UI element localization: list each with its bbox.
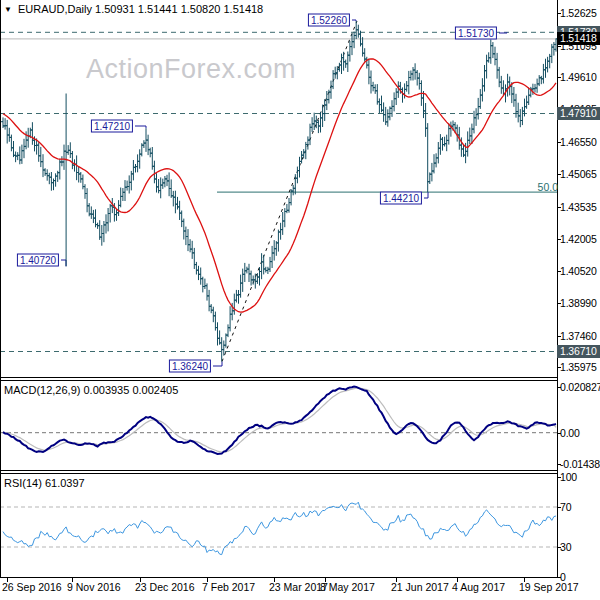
chart-left-border	[0, 0, 1, 578]
price-axis-tick: 1.52625	[560, 7, 597, 19]
time-axis-date-label: 4 Aug 2017	[452, 581, 505, 593]
panel-separator	[0, 577, 557, 578]
macd-axis-zero: 0.00	[560, 427, 580, 439]
time-axis-date-label: 9 Nov 2016	[67, 581, 121, 593]
rsi-indicator-label: RSI(14) 61.0397	[4, 477, 85, 489]
price-axis-tick: 1.45065	[560, 168, 597, 180]
panel-separator[interactable]	[0, 380, 557, 381]
time-axis-date-label: 23 Dec 2016	[135, 581, 195, 593]
price-axis-tick: 1.40520	[560, 265, 597, 277]
ohlc-values: 1.50931 1.51441 1.50820 1.51418	[95, 3, 263, 15]
rsi-axis-tick: 70	[560, 501, 571, 513]
trading-chart-window: ActionForex.com ▼ EURAUD,Daily 1.50931 1…	[0, 0, 600, 600]
price-level-annotation[interactable]: 1.36240	[169, 360, 211, 373]
panel-separator[interactable]	[0, 470, 557, 471]
macd-axis-max: 0.020827	[560, 381, 600, 393]
price-axis-tick: 1.46550	[560, 136, 597, 148]
price-axis-tick: 1.43535	[560, 201, 597, 213]
symbol-timeframe-label: EURAUD,Daily	[18, 3, 92, 15]
price-axis-tick: 1.38990	[560, 297, 597, 309]
price-level-annotation[interactable]: 1.52260	[308, 14, 350, 27]
time-axis-date-label: 26 Sep 2016	[2, 581, 62, 593]
rsi-axis-tick: 30	[560, 541, 571, 553]
macd-indicator-label: MACD(12,26,9) 0.003935 0.002405	[4, 384, 178, 396]
price-axis-tick: 1.37460	[560, 330, 597, 342]
chevron-down-icon[interactable]: ▼	[4, 5, 12, 14]
time-axis-date-label: 19 Sep 2017	[519, 581, 579, 593]
price-axis-tick: 1.42005	[560, 233, 597, 245]
macd-axis-min: -0.014386	[560, 458, 600, 470]
price-level-annotation[interactable]: 1.51730	[455, 27, 497, 40]
time-axis-date-label: 7 Feb 2017	[202, 581, 255, 593]
price-level-annotation[interactable]: 1.44210	[380, 192, 422, 205]
rsi-indicator-canvas[interactable]	[0, 0, 600, 600]
price-axis-tick: 1.35975	[560, 361, 597, 373]
symbol-info-line: ▼ EURAUD,Daily 1.50931 1.51441 1.50820 1…	[4, 3, 263, 15]
panel-separator[interactable]	[0, 377, 557, 378]
time-axis-date-label: 8 May 2017	[320, 581, 375, 593]
fib-50-label: 50.0	[533, 181, 558, 193]
price-axis-border	[557, 0, 558, 578]
price-level-annotation[interactable]: 1.47210	[91, 120, 133, 133]
rsi-axis-tick: 100	[560, 471, 577, 483]
time-axis-date-label: 21 Jun 2017	[391, 581, 449, 593]
price-level-annotation[interactable]: 1.40720	[17, 254, 59, 267]
price-axis-tick: 1.49610	[560, 71, 597, 83]
panel-separator[interactable]	[0, 473, 557, 474]
price-level-axis-badge: 1.47910	[557, 107, 600, 120]
current-price-axis-badge: 1.51418	[557, 32, 600, 45]
price-level-axis-badge: 1.36710	[557, 345, 600, 358]
